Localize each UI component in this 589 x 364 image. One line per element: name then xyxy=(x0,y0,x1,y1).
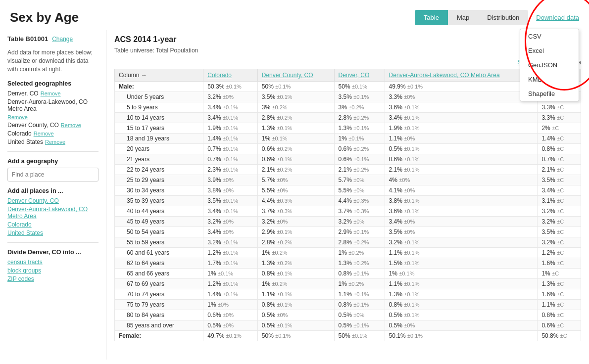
cell-moe: ±0.1% xyxy=(353,94,369,100)
cell-moe: ±0.1% xyxy=(404,291,419,297)
cell-moe: ±0.1% xyxy=(223,260,238,266)
column-arrow-icon: → xyxy=(141,72,147,79)
add-denver-county[interactable]: Denver County, CO xyxy=(7,197,98,204)
change-table-link[interactable]: Change xyxy=(52,36,73,43)
table-cell: 2.9% ±0.1% xyxy=(334,227,385,237)
cell-moe: ±0.1% xyxy=(223,291,238,297)
table-row: 25 to 29 years3.9% ±0%5.7% ±0%5.7% ±0%4%… xyxy=(115,175,581,185)
table-cell: 1% ±0.2% xyxy=(334,248,385,258)
cell-value: 3.2% xyxy=(207,93,223,100)
cell-value: 4.1% xyxy=(389,187,404,194)
find-place-input[interactable] xyxy=(7,168,98,182)
divide-block-groups[interactable]: block groups xyxy=(7,267,98,274)
table-cell: 3% ±0.2% xyxy=(257,102,334,113)
row-label: 35 to 39 years xyxy=(115,196,203,206)
download-link[interactable]: Download data xyxy=(536,14,579,21)
sidebar-description: Add data for more places below; visualiz… xyxy=(7,48,98,73)
download-shapefile[interactable]: Shapefile xyxy=(520,87,579,101)
cell-moe: ±C xyxy=(557,156,564,162)
cell-moe: ±0.1% xyxy=(407,333,423,339)
table-cell: 1% ±0.1% xyxy=(257,134,334,144)
col-header-metro[interactable]: Denver-Aurora-Lakewood, CO Metro Area xyxy=(385,69,538,82)
cell-moe: ±0% xyxy=(218,302,229,308)
table-row: 50 to 54 years3.4% ±0%2.9% ±0.1%2.9% ±0.… xyxy=(115,227,581,237)
table-universe-value: Total Population xyxy=(156,47,198,54)
row-label: Female: xyxy=(115,331,203,341)
table-cell: 1% ±0.2% xyxy=(257,279,334,289)
table-info: Table B01001 Change xyxy=(7,35,98,43)
table-cell: 0.8% ±0.1% xyxy=(257,300,334,310)
cell-value: 1.3% xyxy=(262,125,277,132)
cell-moe: ±0.3% xyxy=(353,198,369,204)
cell-moe: ±0.1% xyxy=(277,125,292,131)
table-cell: 0.8% ±0.1% xyxy=(334,269,385,279)
remove-denver-county[interactable]: Remove xyxy=(61,122,81,128)
table-cell: 1% ±0.2% xyxy=(334,279,385,289)
table-cell: 2.8% ±0.2% xyxy=(257,113,334,123)
add-places-title: Add all places in ... xyxy=(7,187,98,194)
cell-value: 1.1% xyxy=(389,280,404,287)
cell-value: 50.3% xyxy=(207,83,226,90)
cell-moe: ±C xyxy=(557,208,564,214)
table-nav-button[interactable]: Table xyxy=(415,10,448,25)
table-cell: 1.4% ±0.1% xyxy=(203,134,257,144)
distribution-nav-button[interactable]: Distribution xyxy=(478,10,528,25)
cell-value: 2.9% xyxy=(262,228,277,235)
download-csv[interactable]: CSV xyxy=(520,29,579,44)
col-header-colorado[interactable]: Colorado xyxy=(203,69,257,82)
cell-moe: ±C xyxy=(557,187,564,193)
remove-denver-co[interactable]: Remove xyxy=(41,91,61,96)
col-header-denver[interactable]: Denver, CO xyxy=(334,69,385,82)
download-dropdown: CSV Excel GeoJSON KML Shapefile xyxy=(520,29,579,101)
cell-value: 50% xyxy=(339,83,352,90)
table-cell: 0.6% ±0.1% xyxy=(257,154,334,165)
remove-united-states[interactable]: Remove xyxy=(45,139,65,145)
cell-moe: ±0.1% xyxy=(404,208,419,214)
cell-moe: ±C xyxy=(552,125,559,131)
map-nav-button[interactable]: Map xyxy=(448,10,478,25)
table-cell: 1.7% ±0.1% xyxy=(203,258,257,269)
cell-moe: ±0.1% xyxy=(404,115,419,121)
remove-colorado[interactable]: Remove xyxy=(34,131,54,136)
download-excel[interactable]: Excel xyxy=(520,44,579,58)
table-cell: 4% ±0% xyxy=(385,175,538,185)
cell-moe: ±0.1% xyxy=(275,84,291,90)
cell-value: 3.4% xyxy=(207,114,223,121)
divide-zip-codes[interactable]: ZIP codes xyxy=(7,275,98,282)
divide-census-tracts[interactable]: census tracts xyxy=(7,259,98,266)
cell-moe: ±0.1% xyxy=(353,302,369,308)
add-colorado[interactable]: Colorado xyxy=(7,221,98,228)
cell-value: 1.2% xyxy=(541,249,557,256)
row-label: 75 to 79 years xyxy=(115,300,203,310)
table-row: 85 years and over0.5% ±0%0.5% ±0.1%0.5% … xyxy=(115,320,581,331)
table-cell: 3.6% ±0.1% xyxy=(385,206,538,217)
table-cell: 1% ±0% xyxy=(203,300,257,310)
page-title: Sex by Age xyxy=(10,10,79,25)
download-geojson[interactable]: GeoJSON xyxy=(520,58,579,72)
remove-denver-aurora[interactable]: Remove xyxy=(7,114,28,120)
cell-value: 1.1% xyxy=(389,249,404,256)
cell-moe: ±0.1% xyxy=(404,198,419,204)
table-row: 5 to 9 years3.4% ±0.1%3% ±0.2%3% ±0.2%3.… xyxy=(115,102,581,113)
cell-value: 0.7% xyxy=(541,156,557,163)
table-cell: 3.4% ±0.1% xyxy=(203,102,257,113)
cell-moe: ±0.1% xyxy=(353,322,369,328)
row-label: 22 to 24 years xyxy=(115,165,203,175)
col-header-denver-county[interactable]: Denver County, CO xyxy=(257,69,334,82)
cell-value: 0.8% xyxy=(262,270,277,277)
table-cell: 0.5% ±0% xyxy=(385,320,538,331)
add-denver-aurora-metro[interactable]: Denver-Aurora-Lakewood, CO Metro Area xyxy=(7,206,98,220)
cell-value: 0.5% xyxy=(339,322,354,329)
add-united-states[interactable]: United States xyxy=(7,229,98,236)
selected-geos-title: Selected geographies xyxy=(7,80,98,87)
cell-moe: ±0% xyxy=(277,219,288,225)
table-cell: 0.7% ±C xyxy=(538,154,581,165)
download-kml[interactable]: KML xyxy=(520,72,579,87)
cell-moe: ±0.2% xyxy=(353,260,369,266)
divider-2 xyxy=(7,242,98,243)
table-row: 35 to 39 years3.5% ±0.1%4.4% ±0.3%4.4% ±… xyxy=(115,196,581,206)
download-container: Download data CSV Excel GeoJSON KML Shap… xyxy=(528,14,579,21)
row-label: 85 years and over xyxy=(115,320,203,331)
table-cell: 0.8% ±0.1% xyxy=(385,300,538,310)
table-cell: 2.1% ±0.1% xyxy=(385,165,538,175)
